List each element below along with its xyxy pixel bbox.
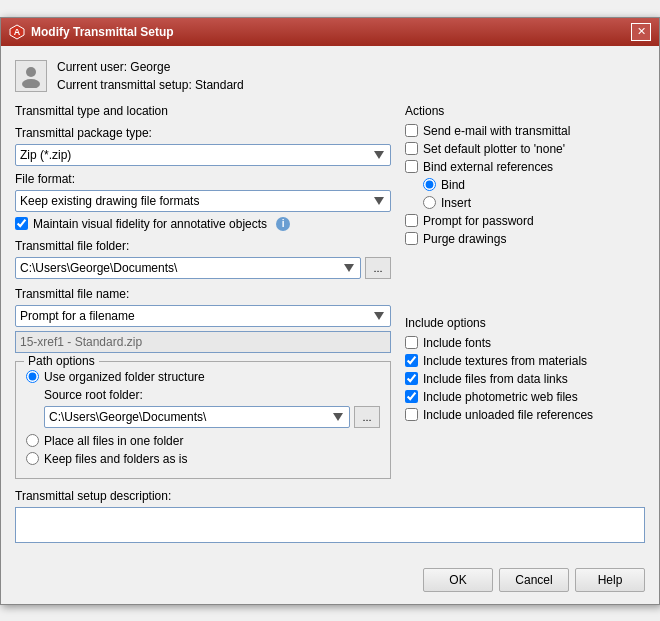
info-icon[interactable]: i	[276, 217, 290, 231]
include-unloaded-row: Include unloaded file references	[405, 408, 645, 422]
main-columns: Transmittal type and location Transmitta…	[15, 104, 645, 479]
place-all-row: Place all files in one folder	[26, 434, 380, 448]
title-bar: A Modify Transmittal Setup ✕	[1, 18, 659, 46]
place-all-label: Place all files in one folder	[44, 434, 183, 448]
source-root-browse-button[interactable]: ...	[354, 406, 380, 428]
left-column: Transmittal type and location Transmitta…	[15, 104, 391, 479]
use-organized-label: Use organized folder structure	[44, 370, 205, 384]
insert-radio[interactable]	[423, 196, 436, 209]
bind-radio[interactable]	[423, 178, 436, 191]
include-photometric-checkbox[interactable]	[405, 390, 418, 403]
include-textures-checkbox[interactable]	[405, 354, 418, 367]
file-folder-row: C:\Users\George\Documents\ ...	[15, 257, 391, 279]
set-plotter-label: Set default plotter to 'none'	[423, 142, 565, 156]
svg-point-2	[26, 67, 36, 77]
include-textures-row: Include textures from materials	[405, 354, 645, 368]
actions-group: Actions Send e-mail with transmittal Set…	[405, 104, 645, 246]
close-button[interactable]: ✕	[631, 23, 651, 41]
bind-label: Bind	[441, 178, 465, 192]
include-fonts-label: Include fonts	[423, 336, 491, 350]
source-root-row: C:\Users\George\Documents\ ...	[44, 406, 380, 428]
file-name-select[interactable]: Prompt for a filename	[15, 305, 391, 327]
prompt-password-checkbox[interactable]	[405, 214, 418, 227]
source-root-label: Source root folder:	[44, 388, 380, 402]
use-organized-row: Use organized folder structure	[26, 370, 380, 384]
cancel-button[interactable]: Cancel	[499, 568, 569, 592]
bind-options: Bind Insert	[405, 178, 645, 210]
package-type-label: Transmittal package type:	[15, 126, 391, 140]
include-photometric-label: Include photometric web files	[423, 390, 578, 404]
app-icon: A	[9, 24, 25, 40]
include-options-label: Include options	[405, 316, 645, 330]
include-photometric-row: Include photometric web files	[405, 390, 645, 404]
insert-radio-row: Insert	[423, 196, 645, 210]
prompt-password-row: Prompt for password	[405, 214, 645, 228]
file-folder-select[interactable]: C:\Users\George\Documents\	[15, 257, 361, 279]
package-type-select[interactable]: Zip (*.zip)	[15, 144, 391, 166]
user-avatar	[15, 60, 47, 92]
include-data-links-checkbox[interactable]	[405, 372, 418, 385]
keep-files-row: Keep files and folders as is	[26, 452, 380, 466]
source-root-select[interactable]: C:\Users\George\Documents\	[44, 406, 350, 428]
include-unloaded-checkbox[interactable]	[405, 408, 418, 421]
file-folder-browse-button[interactable]: ...	[365, 257, 391, 279]
bind-radio-row: Bind	[423, 178, 645, 192]
file-name-label: Transmittal file name:	[15, 287, 391, 301]
file-name-preview	[15, 331, 391, 353]
purge-drawings-label: Purge drawings	[423, 232, 506, 246]
current-user-text: Current user: George	[57, 58, 244, 76]
user-details: Current user: George Current transmittal…	[57, 58, 244, 94]
purge-drawings-checkbox[interactable]	[405, 232, 418, 245]
file-format-label: File format:	[15, 172, 391, 186]
current-setup-text: Current transmittal setup: Standard	[57, 76, 244, 94]
ok-button[interactable]: OK	[423, 568, 493, 592]
bottom-buttons: OK Cancel Help	[1, 558, 659, 604]
prompt-password-label: Prompt for password	[423, 214, 534, 228]
right-column: Actions Send e-mail with transmittal Set…	[405, 104, 645, 479]
use-organized-radio[interactable]	[26, 370, 39, 383]
purge-drawings-row: Purge drawings	[405, 232, 645, 246]
file-folder-label: Transmittal file folder:	[15, 239, 391, 253]
description-label: Transmittal setup description:	[15, 489, 645, 503]
include-data-links-row: Include files from data links	[405, 372, 645, 386]
visual-fidelity-label: Maintain visual fidelity for annotative …	[33, 217, 267, 231]
transmittal-type-section: Transmittal type and location	[15, 104, 391, 118]
visual-fidelity-checkbox[interactable]	[15, 217, 28, 230]
title-bar-left: A Modify Transmittal Setup	[9, 24, 174, 40]
user-info: Current user: George Current transmittal…	[15, 58, 645, 94]
include-textures-label: Include textures from materials	[423, 354, 587, 368]
keep-files-radio[interactable]	[26, 452, 39, 465]
place-all-radio[interactable]	[26, 434, 39, 447]
bind-external-label: Bind external references	[423, 160, 553, 174]
path-options-label: Path options	[24, 354, 99, 368]
set-plotter-row: Set default plotter to 'none'	[405, 142, 645, 156]
keep-files-label: Keep files and folders as is	[44, 452, 187, 466]
include-fonts-checkbox[interactable]	[405, 336, 418, 349]
description-input[interactable]	[15, 507, 645, 543]
send-email-checkbox[interactable]	[405, 124, 418, 137]
include-unloaded-label: Include unloaded file references	[423, 408, 593, 422]
svg-text:A: A	[14, 27, 21, 37]
visual-fidelity-row: Maintain visual fidelity for annotative …	[15, 217, 391, 231]
set-plotter-checkbox[interactable]	[405, 142, 418, 155]
send-email-row: Send e-mail with transmittal	[405, 124, 645, 138]
bind-external-row: Bind external references	[405, 160, 645, 174]
path-options-group: Path options Use organized folder struct…	[15, 361, 391, 479]
actions-label: Actions	[405, 104, 645, 118]
dialog-window: A Modify Transmittal Setup ✕ Current use…	[0, 17, 660, 605]
file-format-select[interactable]: Keep existing drawing file formats	[15, 190, 391, 212]
description-area: Transmittal setup description:	[15, 489, 645, 546]
insert-label: Insert	[441, 196, 471, 210]
title-text: Modify Transmittal Setup	[31, 25, 174, 39]
include-fonts-row: Include fonts	[405, 336, 645, 350]
include-data-links-label: Include files from data links	[423, 372, 568, 386]
source-root-section: Source root folder: C:\Users\George\Docu…	[26, 388, 380, 428]
help-button[interactable]: Help	[575, 568, 645, 592]
bind-external-checkbox[interactable]	[405, 160, 418, 173]
dialog-content: Current user: George Current transmittal…	[1, 46, 659, 558]
send-email-label: Send e-mail with transmittal	[423, 124, 570, 138]
include-options-group: Include options Include fonts Include te…	[405, 316, 645, 422]
svg-point-3	[22, 79, 40, 88]
